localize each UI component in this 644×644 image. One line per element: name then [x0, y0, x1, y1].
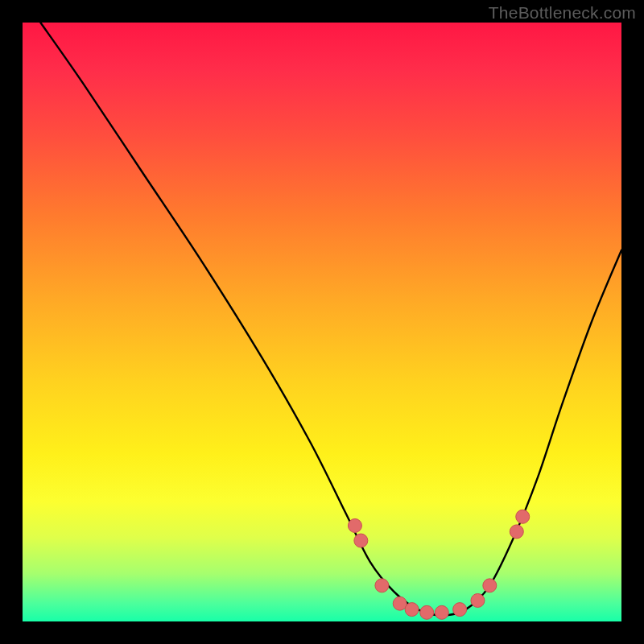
- marker-dot: [420, 605, 434, 619]
- marker-dot: [393, 597, 407, 610]
- marker-dot: [354, 534, 368, 547]
- marker-dot: [471, 593, 485, 607]
- curve-svg: [23, 23, 621, 621]
- marker-dot: [375, 579, 389, 592]
- highlight-markers: [348, 510, 529, 619]
- marker-dot: [510, 525, 523, 539]
- marker-dot: [516, 510, 530, 523]
- marker-dot: [405, 603, 419, 617]
- plot-area: [23, 23, 621, 621]
- marker-dot: [453, 603, 467, 617]
- marker-dot: [483, 579, 497, 592]
- marker-dot: [348, 518, 361, 532]
- chart-frame: TheBottleneck.com: [0, 0, 644, 644]
- bottleneck-curve: [40, 23, 621, 616]
- watermark-text: TheBottleneck.com: [489, 3, 636, 23]
- marker-dot: [435, 605, 448, 619]
